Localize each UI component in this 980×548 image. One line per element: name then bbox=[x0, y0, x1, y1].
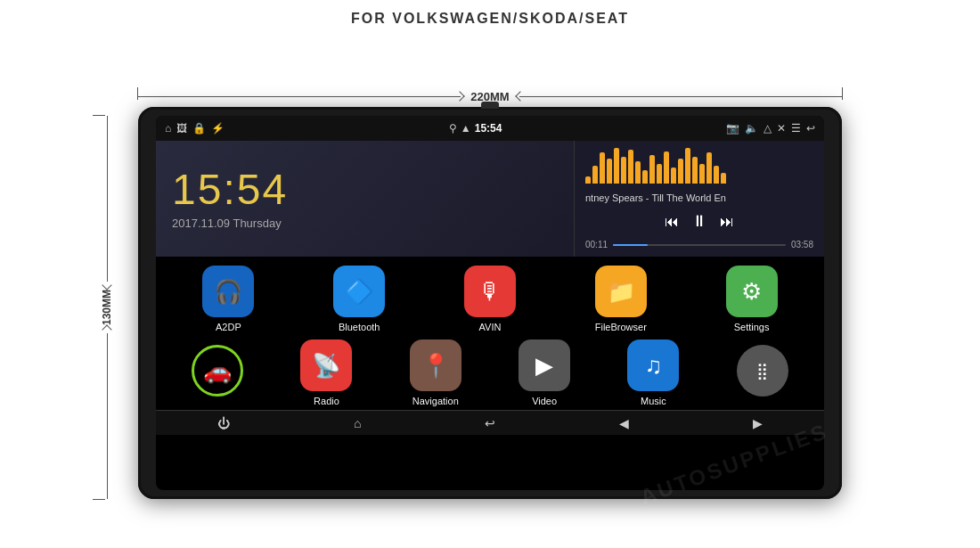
eq-bar bbox=[600, 152, 605, 184]
equalizer bbox=[585, 148, 813, 184]
bluetooth-status-icon: ⚲ bbox=[449, 122, 457, 135]
eject-icon: △ bbox=[764, 122, 772, 135]
app-label-music: Music bbox=[641, 396, 666, 406]
app-label-navigation: Navigation bbox=[412, 396, 459, 406]
android-icon: ☰ bbox=[791, 122, 801, 135]
home-icon: ⌂ bbox=[165, 122, 171, 135]
status-center: ⚲ ▲ 15:54 bbox=[449, 122, 502, 135]
app-icon-img-filebrowser: 📁 bbox=[595, 266, 647, 317]
time-total: 03:58 bbox=[791, 240, 813, 249]
time-elapsed: 00:11 bbox=[585, 240, 608, 249]
clock-date: 2017.11.09 Thursday bbox=[172, 217, 558, 230]
prev-track-button[interactable]: ⏮ bbox=[665, 214, 679, 230]
music-controls[interactable]: ⏮ ⏸ ⏭ bbox=[585, 212, 813, 231]
eq-bar bbox=[621, 157, 626, 184]
clock-time: 15:54 bbox=[172, 168, 558, 211]
page-title: FOR VOLKSWAGEN/SKODA/SEAT bbox=[0, 0, 980, 34]
eq-bar bbox=[671, 168, 676, 184]
eq-bar bbox=[607, 159, 612, 184]
app-icon-img-a2dp: 🎧 bbox=[202, 266, 254, 317]
next-button[interactable]: ▶ bbox=[744, 416, 772, 430]
home-button[interactable]: ⌂ bbox=[345, 416, 370, 430]
app-icon-a2dp[interactable]: 🎧A2DP bbox=[188, 266, 268, 332]
app-icon-settings[interactable]: ⚙Settings bbox=[712, 266, 792, 332]
music-widget: ntney Spears - Till The World En ⏮ ⏸ ⏭ 0… bbox=[575, 141, 824, 257]
app-grid-row1: 🎧A2DP🔷Bluetooth🎙AVIN📁FileBrowser⚙Setting… bbox=[156, 257, 824, 336]
app-label-settings: Settings bbox=[734, 322, 770, 332]
eq-bar bbox=[685, 148, 690, 184]
app-icon-img-avin: 🎙 bbox=[464, 266, 516, 317]
progress-fill bbox=[613, 244, 648, 246]
app-label-radio: Radio bbox=[314, 396, 339, 406]
app-icon-radio[interactable]: 📡Radio bbox=[286, 339, 366, 406]
usb-icon: ⚡ bbox=[211, 122, 225, 135]
app-icon-img-radio: 📡 bbox=[300, 339, 352, 391]
camera-icon: 📷 bbox=[726, 122, 739, 135]
status-right: 📷 🔈 △ ✕ ☰ ↩ bbox=[726, 122, 815, 135]
eq-bar bbox=[642, 170, 648, 184]
bottom-nav: ⏻ ⌂ ↩ ◀ ▶ bbox=[156, 410, 824, 435]
volume-icon: 🔈 bbox=[745, 122, 758, 135]
app-icon-car[interactable]: 🚗 bbox=[177, 345, 257, 401]
eq-bar bbox=[657, 164, 662, 184]
app-icon-img-bluetooth: 🔷 bbox=[333, 266, 385, 317]
app-label-avin: AVIN bbox=[479, 322, 502, 332]
app-icon-more[interactable]: ⣿ bbox=[723, 345, 803, 401]
app-icon-video[interactable]: ▶Video bbox=[504, 339, 584, 406]
eq-bar bbox=[692, 157, 698, 184]
eq-bar bbox=[721, 173, 726, 184]
eq-bar bbox=[699, 164, 705, 184]
eq-bar bbox=[664, 151, 669, 184]
back-icon: ↩ bbox=[806, 122, 815, 135]
app-icon-filebrowser[interactable]: 📁FileBrowser bbox=[581, 266, 661, 332]
app-icon-avin[interactable]: 🎙AVIN bbox=[450, 266, 530, 332]
back-button[interactable]: ↩ bbox=[476, 416, 504, 430]
image-icon: 🖼 bbox=[176, 122, 187, 135]
app-label-a2dp: A2DP bbox=[216, 322, 241, 332]
progress-bar[interactable] bbox=[613, 244, 786, 246]
eq-bar bbox=[635, 161, 641, 184]
status-bar: ⌂ 🖼 🔒 ⚡ ⚲ ▲ 15:54 📷 🔈 △ ✕ ☰ ↩ bbox=[156, 116, 824, 141]
app-icon-img-more: ⣿ bbox=[737, 345, 788, 397]
app-icon-img-car: 🚗 bbox=[192, 345, 243, 397]
music-progress: 00:11 03:58 bbox=[585, 240, 813, 249]
status-time: 15:54 bbox=[475, 122, 502, 135]
eq-bar bbox=[614, 148, 619, 184]
app-grid-row2: 🚗📡Radio📍Navigation▶Video♫Music⣿ bbox=[156, 336, 824, 410]
play-pause-button[interactable]: ⏸ bbox=[691, 212, 707, 231]
app-icon-bluetooth[interactable]: 🔷Bluetooth bbox=[319, 266, 399, 332]
dimension-height: 130MM bbox=[101, 284, 113, 331]
app-icon-img-music: ♫ bbox=[627, 339, 679, 391]
eq-bar bbox=[706, 152, 712, 184]
eq-bar bbox=[585, 176, 591, 184]
app-icon-img-video: ▶ bbox=[519, 339, 570, 391]
app-label-video: Video bbox=[532, 396, 557, 406]
power-button[interactable]: ⏻ bbox=[208, 416, 239, 430]
eq-bar bbox=[678, 159, 683, 184]
app-icon-navigation[interactable]: 📍Navigation bbox=[396, 339, 476, 406]
clock-widget: 15:54 2017.11.09 Thursday bbox=[156, 141, 575, 257]
app-icon-music[interactable]: ♫Music bbox=[613, 339, 693, 406]
app-label-bluetooth: Bluetooth bbox=[339, 322, 380, 332]
lock-icon: 🔒 bbox=[192, 122, 206, 135]
app-label-filebrowser: FileBrowser bbox=[595, 322, 647, 332]
status-left: ⌂ 🖼 🔒 ⚡ bbox=[165, 122, 225, 135]
eq-bar bbox=[714, 166, 719, 184]
eq-bar bbox=[628, 150, 633, 184]
next-track-button[interactable]: ⏭ bbox=[720, 214, 734, 230]
wifi-icon: ▲ bbox=[461, 122, 471, 135]
music-title: ntney Spears - Till The World En bbox=[585, 192, 813, 203]
eq-bar bbox=[592, 166, 598, 184]
prev-button[interactable]: ◀ bbox=[610, 416, 638, 430]
app-icon-img-settings: ⚙ bbox=[726, 266, 778, 317]
eq-bar bbox=[649, 155, 655, 184]
device-screen: ⌂ 🖼 🔒 ⚡ ⚲ ▲ 15:54 📷 🔈 △ ✕ ☰ ↩ 15:54 2017… bbox=[156, 116, 824, 490]
close-icon: ✕ bbox=[777, 122, 786, 135]
app-icon-img-navigation: 📍 bbox=[410, 339, 461, 391]
widget-row: 15:54 2017.11.09 Thursday ntney Spears -… bbox=[156, 141, 824, 257]
